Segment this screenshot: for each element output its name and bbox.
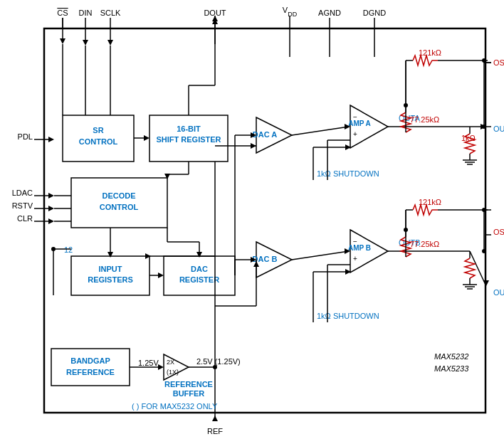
- bandgap-text: BANDGAP: [70, 356, 110, 365]
- svg-marker-25: [48, 218, 54, 224]
- v125-label: 1.25V: [138, 359, 159, 367]
- amp-a-plus: +: [353, 130, 357, 138]
- svg-marker-75: [483, 280, 489, 286]
- svg-marker-111: [158, 364, 164, 370]
- svg-line-69: [292, 251, 349, 260]
- r121k-a-label: 121kΩ: [419, 48, 441, 57]
- svg-marker-19: [48, 137, 54, 142]
- ref-label: REF: [207, 427, 223, 435]
- ref-buf-label2: BUFFER: [173, 389, 205, 398]
- input-reg-text2: REGISTERS: [88, 275, 133, 284]
- max5233-label: MAX5233: [434, 364, 469, 373]
- decode-control-text: DECODE: [102, 191, 135, 200]
- clr-label: CLR: [17, 214, 33, 223]
- shutdown-b-label: 1kΩ SHUTDOWN: [317, 312, 379, 320]
- svg-marker-56: [196, 252, 202, 258]
- svg-marker-9: [107, 40, 113, 46]
- svg-marker-120: [251, 143, 256, 149]
- decode-control-text2: CONTROL: [100, 203, 139, 211]
- svg-rect-108: [51, 349, 130, 386]
- for-note-label: ( ) FOR MAX5232 ONLY: [132, 402, 218, 411]
- ref-buf-2x: 2X: [167, 359, 174, 366]
- r77k-a-label: 77.25kΩ: [410, 115, 439, 124]
- svg-marker-29: [144, 135, 149, 141]
- num12-label: 12: [64, 245, 73, 254]
- ldac-label: LDAC: [12, 189, 33, 197]
- svg-marker-40: [164, 174, 170, 179]
- svg-marker-50: [145, 253, 151, 259]
- rstv-label: RSTV: [12, 201, 33, 210]
- svg-point-101: [482, 249, 486, 253]
- r1k-a-label: 1kΩ: [461, 134, 476, 142]
- svg-marker-17: [212, 416, 218, 421]
- svg-line-67: [292, 127, 349, 135]
- shift-reg-text: 16-BIT: [177, 125, 201, 133]
- dgnd-label: DGND: [363, 9, 386, 17]
- amp-b-minus: −: [353, 238, 357, 245]
- din-label: DIN: [79, 9, 93, 17]
- agnd-label: AGND: [318, 9, 341, 17]
- amp-a-text: AMP A: [348, 120, 371, 127]
- outb-label: OUTB: [493, 288, 504, 297]
- svg-marker-6: [83, 40, 88, 46]
- v25-label: 2.5V (1.25V): [196, 357, 241, 366]
- ref-buf-1x: (1X): [167, 369, 179, 376]
- dac-a-text: DAC A: [253, 130, 277, 139]
- sr-control-text2: CONTROL: [79, 137, 118, 146]
- shutdown-a-label: 1kΩ SHUTDOWN: [317, 169, 379, 178]
- amp-b-plus: +: [353, 255, 357, 263]
- sr-control-text: SR: [93, 126, 103, 134]
- max5232-label: MAX5232: [434, 352, 468, 361]
- dac-reg-text2: REGISTER: [179, 275, 219, 284]
- osb-label: OSB: [493, 228, 504, 236]
- r121k-b-label: 121kΩ: [419, 198, 441, 206]
- svg-marker-21: [48, 193, 54, 199]
- ref-buf-label: REFERENCE: [164, 380, 213, 388]
- input-reg-text: INPUT: [99, 265, 122, 273]
- outa-label: OUTA: [493, 125, 504, 133]
- svg-marker-3: [60, 38, 65, 44]
- dac-reg-text: DAC: [191, 265, 208, 273]
- amp-b-text: AMP B: [348, 244, 371, 252]
- svg-marker-52: [107, 252, 113, 258]
- r77k-b-label: 77.25kΩ: [410, 240, 439, 248]
- svg-line-74: [470, 251, 485, 285]
- svg-marker-44: [158, 273, 164, 278]
- amp-a-minus: −: [353, 113, 357, 121]
- cs-bar-label: CS: [57, 9, 68, 17]
- shift-reg-text2: SHIFT REGISTER: [156, 135, 221, 144]
- bandgap-text2: REFERENCE: [66, 368, 115, 376]
- svg-marker-23: [48, 206, 54, 211]
- osa-label: OSA: [493, 58, 504, 67]
- block-diagram: CS DIN SCLK DOUT VDD AGND DGND REF OSA O…: [0, 0, 504, 439]
- pdl-label: PDL: [18, 132, 33, 141]
- sclk-label: SCLK: [100, 9, 121, 17]
